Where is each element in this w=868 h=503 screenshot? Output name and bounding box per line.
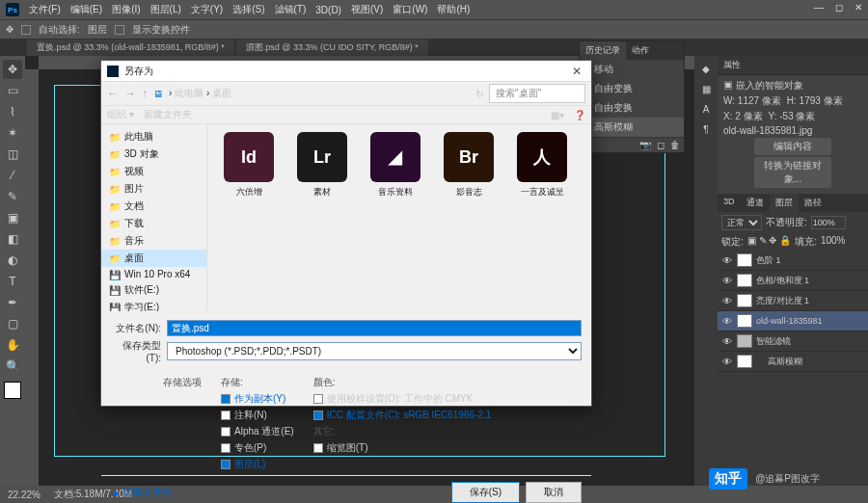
menu-3d[interactable]: 3D(D) (315, 5, 341, 15)
sidebar-item[interactable]: 📁此电脑 (101, 128, 206, 146)
folder-item[interactable]: ◢音乐资料 (366, 132, 425, 199)
char-icon[interactable]: A (703, 104, 710, 115)
sidebar-item[interactable]: 📁音乐 (101, 232, 206, 250)
help-icon[interactable]: ❓ (574, 110, 585, 120)
history-item[interactable]: ▸ 移动 (580, 60, 684, 79)
tab-paths[interactable]: 路径 (799, 194, 827, 212)
snapshot-icon[interactable]: 📷 (639, 140, 651, 150)
zoom-tool[interactable]: 🔍 (3, 357, 22, 376)
sidebar-item[interactable]: 📁下载 (101, 215, 206, 232)
layer-row[interactable]: 👁色阶 1 (718, 251, 868, 271)
convert-link-button[interactable]: 转换为链接对象... (754, 157, 831, 188)
color-icon[interactable]: ◆ (702, 64, 710, 74)
new-folder-button[interactable]: 新建文件夹 (144, 108, 192, 121)
folder-item[interactable]: 人一言及诚呈 (512, 132, 572, 199)
menu-window[interactable]: 窗口(W) (393, 3, 427, 16)
trash-icon[interactable]: 🗑 (670, 140, 680, 150)
breadcrumb[interactable]: › 此电脑 › 桌面 (169, 87, 470, 100)
eraser-tool[interactable]: ◧ (3, 229, 22, 249)
save-button[interactable]: 保存(S) (451, 482, 520, 503)
sidebar-item[interactable]: 📁视频 (101, 163, 206, 180)
cb-annotations[interactable]: 注释(N) (221, 409, 294, 422)
opacity-input[interactable] (811, 216, 846, 229)
menu-layer[interactable]: 图层(L) (150, 3, 181, 16)
move-tool[interactable]: ✥ (3, 60, 22, 79)
menu-edit[interactable]: 编辑(E) (70, 3, 102, 16)
lasso-tool[interactable]: ⌇ (3, 102, 22, 121)
zoom-level[interactable]: 22.22% (8, 490, 41, 500)
folder-view[interactable]: Id六倍增Lr素材◢音乐资料Br影音志人一言及诚呈 (207, 124, 591, 311)
tab-3d[interactable]: 3D (718, 194, 741, 212)
para-icon[interactable]: ¶ (703, 124, 708, 135)
minimize-button[interactable]: — (814, 2, 824, 13)
history-item[interactable]: ▸ 自由变换 (580, 98, 684, 118)
menu-type[interactable]: 文字(Y) (191, 3, 223, 16)
view-icon[interactable]: ▦▾ (551, 110, 564, 120)
shape-tool[interactable]: ▢ (3, 314, 22, 333)
show-transform-checkbox[interactable] (115, 25, 124, 35)
sidebar-item[interactable]: 💾Win 10 Pro x64 (101, 267, 206, 281)
pen-tool[interactable]: ✒ (3, 293, 22, 312)
menu-file[interactable]: 文件(F) (29, 3, 61, 16)
sidebar-item[interactable]: 📁桌面 (101, 250, 206, 267)
color-swatches[interactable] (4, 382, 21, 399)
cb-spot[interactable]: 专色(P) (221, 441, 294, 455)
auto-select-checkbox[interactable] (21, 25, 31, 35)
sidebar-item[interactable]: 📁图片 (101, 180, 206, 198)
cb-thumbnail[interactable]: 缩览图(T) (313, 441, 492, 455)
doc-tab-1[interactable]: 置换.psd @ 33.3% (old-wall-1835981, RGB/8#… (27, 40, 234, 56)
cb-layers[interactable]: 图层(L) (221, 458, 294, 471)
type-tool[interactable]: T (3, 272, 22, 291)
marquee-tool[interactable]: ▭ (3, 81, 22, 100)
nav-up-icon[interactable]: ↑ (142, 87, 148, 100)
menu-help[interactable]: 帮助(H) (437, 3, 470, 16)
layer-row[interactable]: 👁亮度/对比度 1 (718, 291, 868, 311)
pc-icon[interactable]: 🖥 (153, 89, 163, 99)
folder-item[interactable]: Id六倍增 (219, 132, 279, 199)
wand-tool[interactable]: ✶ (3, 123, 22, 143)
tab-history[interactable]: 历史记录 (580, 41, 626, 60)
tab-layers[interactable]: 图层 (770, 194, 799, 212)
folder-item[interactable]: Br影音志 (439, 132, 499, 199)
sidebar-item[interactable]: 💾学习(E:) (101, 299, 206, 311)
swatches-icon[interactable]: ▦ (702, 84, 711, 94)
filename-input[interactable] (167, 320, 582, 336)
cb-proof[interactable]: 使用校样设置(O): 工作中的 CMYK (313, 392, 492, 406)
menu-image[interactable]: 图像(I) (112, 3, 140, 16)
tab-actions[interactable]: 动作 (626, 41, 655, 60)
nav-back-icon[interactable]: ← (107, 87, 119, 100)
new-state-icon[interactable]: ◻ (657, 140, 665, 150)
layer-row[interactable]: 👁智能滤镜 (718, 331, 868, 352)
refresh-icon[interactable]: ↻ (475, 89, 483, 99)
filetype-select[interactable]: Photoshop (*.PSD;*.PDD;*.PSDT) (167, 342, 582, 360)
organize-button[interactable]: 组织 ▾ (107, 108, 134, 121)
cb-alpha[interactable]: Alpha 通道(E) (221, 425, 294, 438)
sidebar-item[interactable]: 📁3D 对象 (101, 146, 206, 163)
history-item[interactable]: ▸ 高斯模糊 (580, 118, 684, 137)
blend-mode-select[interactable]: 正常 (721, 215, 762, 230)
search-input[interactable]: 搜索"桌面" (489, 84, 585, 103)
menu-view[interactable]: 视图(V) (351, 3, 383, 16)
cb-copy[interactable]: 作为副本(Y) (221, 392, 294, 406)
auto-select-target[interactable]: 图层 (88, 23, 107, 37)
menu-select[interactable]: 选择(S) (232, 3, 264, 16)
menu-filter[interactable]: 滤镜(T) (275, 3, 307, 16)
stamp-tool[interactable]: ▣ (3, 208, 22, 227)
hide-folders-link[interactable]: ▲ 隐藏文件夹 (111, 486, 172, 499)
doc-tab-2[interactable]: 源图.psd @ 33.3% (CU IDO SITY, RGB/8#) * (236, 40, 428, 56)
dialog-close-button[interactable]: ✕ (568, 65, 585, 78)
history-item[interactable]: ▸ 自由变换 (580, 79, 684, 98)
sidebar-item[interactable]: 📁文档 (101, 198, 206, 215)
cancel-button[interactable]: 取消 (526, 482, 582, 503)
crop-tool[interactable]: ◫ (3, 145, 22, 164)
folder-item[interactable]: Lr素材 (292, 132, 352, 199)
lock-icons[interactable]: ▣ ✎ ✥ 🔒 (747, 235, 791, 249)
edit-contents-button[interactable]: 编辑内容 (754, 138, 831, 155)
maximize-button[interactable]: ◻ (835, 2, 843, 13)
layer-row[interactable]: 👁old-wall-1835981 (718, 311, 868, 331)
close-button[interactable]: ✕ (854, 2, 862, 13)
sidebar-item[interactable]: 💾软件(E:) (101, 281, 206, 299)
brush-tool[interactable]: ✎ (3, 187, 22, 206)
tab-channels[interactable]: 通道 (741, 194, 770, 212)
eyedropper-tool[interactable]: ⁄ (3, 166, 22, 185)
